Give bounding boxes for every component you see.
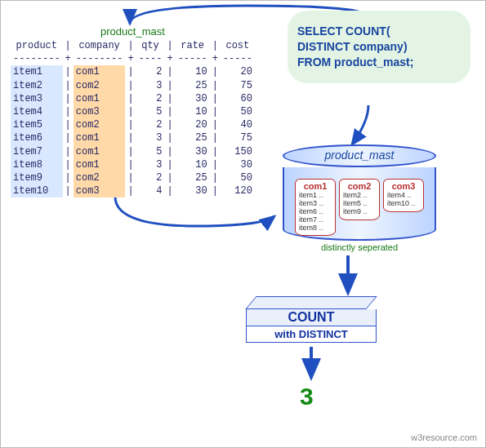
cylinder-body: com1item1 ..item3 ..item6 ..item7 ..item… xyxy=(283,167,436,241)
group-com3: com3item4 ..item10 .. xyxy=(383,179,424,212)
col-cost: cost xyxy=(221,39,255,52)
col-rate: rate xyxy=(176,39,210,52)
count-title: COUNT xyxy=(246,309,377,326)
sql-line: FROM product_mast; xyxy=(297,55,461,70)
product-table: product| company| qty| rate| cost ------… xyxy=(11,39,255,197)
cylinder-db: product_mast com1item1 ..item3 ..item6 .… xyxy=(283,144,436,252)
col-product: product xyxy=(11,39,63,52)
table-row: item3|com1|2|30|60 xyxy=(11,92,255,105)
count-box: COUNT with DISTINCT xyxy=(246,296,377,343)
count-sub: with DISTINCT xyxy=(246,326,377,343)
source-table: product_mast product| company| qty| rate… xyxy=(11,25,255,197)
table-row: item9|com2|2|25|50 xyxy=(11,171,255,184)
table-row: item7|com1|5|30|150 xyxy=(11,145,255,158)
col-qty: qty xyxy=(136,39,165,52)
table-title: product_mast xyxy=(11,25,255,38)
table-row: item4|com3|5|10|50 xyxy=(11,105,255,118)
table-row: item5|com2|2|20|40 xyxy=(11,118,255,131)
col-company: company xyxy=(74,39,126,52)
result-value: 3 xyxy=(300,383,314,410)
group-com1: com1item1 ..item3 ..item6 ..item7 ..item… xyxy=(295,179,336,236)
sql-line: SELECT COUNT( xyxy=(297,24,461,39)
table-row: item8|com1|3|10|30 xyxy=(11,158,255,171)
cylinder-caption: distinctly seperated xyxy=(283,242,436,252)
table-row: item2|com2|3|25|75 xyxy=(11,79,255,92)
table-row: item6|com1|3|25|75 xyxy=(11,131,255,144)
group-com2: com2item2 ..item5 ..item9 .. xyxy=(339,179,380,220)
sql-query-box: SELECT COUNT( DISTINCT company) FROM pro… xyxy=(288,11,470,83)
cylinder-title: product_mast xyxy=(283,144,436,167)
table-row: item10|com3|4|30|120 xyxy=(11,184,255,197)
table-row: item1|com1|2|10|20 xyxy=(11,65,255,78)
attribution: w3resource.com xyxy=(411,432,477,442)
sql-line: DISTINCT company) xyxy=(297,39,461,55)
